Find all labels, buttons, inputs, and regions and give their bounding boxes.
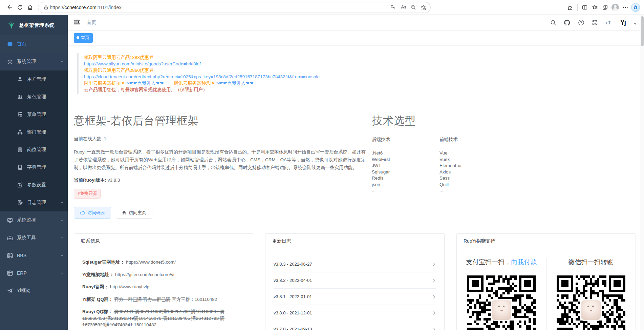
tech-title: 技术选型 [372, 114, 636, 128]
changelog-item[interactable]: v3.8.1 - 2022-01-01 [274, 289, 436, 305]
sidebar-item-home[interactable]: 首页 [0, 35, 68, 53]
tech-item: Sqlsugar [372, 169, 439, 176]
tech-section: 技术选型 后端技术 .Net6 WebFirst JWT Sqlsugar Re… [372, 103, 636, 219]
changelog-label: v3.7.0 - 2021-09-13 [274, 327, 312, 330]
tech-frontend-list: Vue Vuex Element-ui Axios Sass Quill ... [439, 150, 507, 194]
tech-item: json [372, 182, 439, 188]
sidebar-item-label: 系统工具 [17, 235, 36, 241]
notice-link-aliyun[interactable]: https://www.aliyun.com/minisite/goods?us… [84, 61, 636, 67]
visit-homepage-button[interactable]: 访问主页 [116, 207, 152, 219]
visit-gitee-button[interactable]: 访问码云 [74, 207, 111, 219]
lock-icon[interactable] [42, 2, 50, 13]
free-open-source-badge: ¥免费开源 [74, 189, 101, 199]
sidebar-item-user-mgmt[interactable]: 用户管理 [0, 70, 68, 88]
home-icon[interactable] [25, 2, 35, 13]
notice-link-tencent[interactable]: https://cloud.tencent.com/redirect.php?r… [84, 74, 636, 80]
leaf-icon [7, 21, 16, 29]
search-icon[interactable] [550, 20, 556, 26]
fullscreen-icon[interactable] [592, 20, 598, 26]
book-icon [17, 164, 23, 170]
notice-line-1: 领取阿里云通用云产品1888优惠券 [84, 54, 636, 61]
back-icon[interactable] [5, 2, 15, 13]
changelog-item[interactable]: v3.8.3 - 2022-06-27 [274, 256, 436, 272]
sidebar-item-bbs[interactable]: BBS [0, 247, 68, 264]
sidebar-item-label: Yi框架 [17, 288, 30, 294]
more-options-icon[interactable] [620, 2, 630, 13]
zoom-out-icon[interactable] [408, 2, 418, 13]
collapse-menu-icon[interactable] [74, 19, 81, 26]
sidebar-item-monitor[interactable]: 系统监控 [0, 211, 68, 229]
notice-tencent-enter-link[interactable]: >☛☛点我进入☚☚ [216, 81, 254, 86]
password-key-icon[interactable] [388, 2, 398, 13]
tech-item: JWT [372, 163, 439, 169]
sidebar-item-label: 部门管理 [27, 129, 46, 135]
contact-label: Sqlsugar官网地址： [82, 260, 125, 265]
sidebar-item-yi-framework[interactable]: Yi框架 [0, 282, 68, 300]
changelog-label: v3.8.2 - 2022-04-01 [274, 278, 312, 283]
contact-label: Yi意框架地址： [82, 272, 114, 277]
changelog-item[interactable]: v3.8.2 - 2022-04-01 [274, 272, 436, 289]
read-aloud-icon[interactable] [398, 2, 408, 13]
sidebar-item-param-settings[interactable]: 参数设置 [0, 176, 68, 194]
contact-label: Yi框架 QQ群： [82, 297, 113, 302]
address-bar[interactable]: https://ccnetcore.com:1101/index [38, 2, 431, 13]
url-path: :1101/index [96, 5, 122, 10]
sidebar-item-system[interactable]: 系统管理 [0, 53, 68, 70]
tech-item: ... [439, 188, 507, 194]
tab-home[interactable]: 首页 [74, 33, 93, 43]
tech-columns: 后端技术 .Net6 WebFirst JWT Sqlsugar Redis j… [372, 137, 636, 194]
announcement-block: 领取阿里云通用云产品1888优惠券 https://www.aliyun.com… [77, 53, 636, 94]
sidebar-item-label: BBS [17, 253, 26, 258]
font-size-icon[interactable]: TT [605, 20, 613, 26]
alipay-pay-link[interactable]: 向我付款 [511, 259, 537, 266]
main-column: 首页 TT Yj [68, 15, 644, 330]
contact-value: https://www.donet5.com/ [126, 260, 176, 265]
sidebar-item-dept-mgmt[interactable]: 部门管理 [0, 123, 68, 141]
contact-card-body: Sqlsugar官网地址： https://www.donet5.com/ Yi… [74, 249, 253, 330]
caret-down-icon[interactable] [634, 23, 637, 25]
url-text[interactable]: https://ccnetcore.com:1101/index [50, 5, 388, 10]
chevron-right-icon [432, 295, 436, 299]
qq-group-open: 160110482 [133, 322, 156, 327]
chevron-up-icon [60, 59, 64, 64]
copilot-icon[interactable]: b [630, 2, 641, 13]
sidebar-item-erp[interactable]: ERP [0, 264, 68, 282]
notice-aliyun-enter-link[interactable]: >☛☛点我进入☚☚ [126, 81, 164, 86]
changelog-item[interactable]: v3.8.0 - 2021-12-01 [274, 305, 436, 321]
sidebar-item-label: 系统管理 [17, 59, 36, 65]
sidebar-item-tools[interactable]: 系统工具 [0, 229, 68, 247]
changelog-item[interactable]: v3.7.0 - 2021-09-13 [274, 321, 436, 330]
breadcrumb[interactable]: 首页 [87, 20, 96, 26]
monitor-icon [7, 217, 13, 223]
page-scrollbar[interactable] [640, 15, 644, 330]
yj-logo[interactable]: Yj [620, 19, 626, 26]
tech-frontend: 前端技术 Vue Vuex Element-ui Axios Sass Quil… [439, 137, 507, 194]
sidebar-item-label: 字典管理 [27, 164, 46, 170]
button-label: 访问码云 [87, 210, 105, 215]
contact-value: https://gitee.com/ccnetcore/yi [115, 272, 174, 277]
github-icon[interactable] [564, 19, 571, 26]
wechat-qr-code [557, 275, 625, 330]
donate-card-body: 支付宝扫一扫，向我付款 微信扫一扫转账 [457, 249, 636, 330]
tab-duplicate-icon[interactable] [600, 2, 610, 13]
tech-item: Element-ui [439, 163, 507, 169]
help-icon[interactable] [578, 19, 584, 26]
changelog-label: v3.8.3 - 2022-06-27 [274, 262, 312, 267]
sidebar-item-log-mgmt[interactable]: 日志管理 [0, 194, 68, 211]
sidebar-item-role-mgmt[interactable]: 角色管理 [0, 88, 68, 106]
globe-icon [7, 252, 13, 259]
refresh-icon[interactable] [15, 2, 25, 13]
sidebar-logo[interactable]: 意框架管理系统 [0, 15, 68, 35]
sidebar-item-dict-mgmt[interactable]: 字典管理 [0, 159, 68, 176]
scrollbar-thumb[interactable] [641, 16, 644, 46]
split-screen-icon[interactable] [580, 2, 590, 13]
sidebar-item-label: 岗位管理 [27, 147, 46, 153]
sidebar-item-menu-mgmt[interactable]: 菜单管理 [0, 106, 68, 123]
extensions-icon[interactable] [565, 2, 575, 13]
favorite-add-icon[interactable] [418, 2, 428, 13]
profile-avatar[interactable] [610, 2, 620, 13]
favorites-hub-icon[interactable] [590, 2, 600, 13]
sidebar-item-post-mgmt[interactable]: 岗位管理 [0, 141, 68, 159]
sidebar-item-label: 参数设置 [27, 182, 46, 188]
notice-line-5: 阿里云服务器折扣区 >☛☛点我进入☚☚腾讯云服务器秒杀区 >☛☛点我进入☚☚ [84, 80, 636, 86]
